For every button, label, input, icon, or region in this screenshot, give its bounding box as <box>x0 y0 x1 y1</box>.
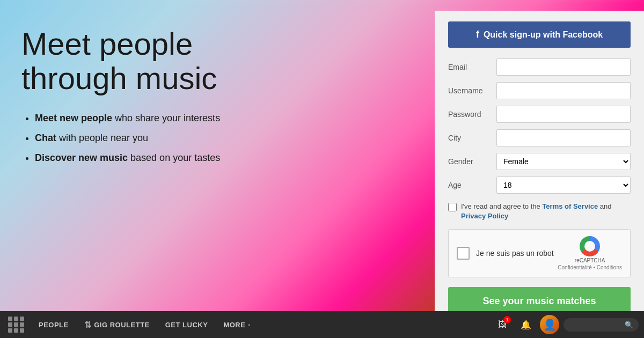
email-label: Email <box>448 63 496 71</box>
bullet-2-bold: Chat <box>35 133 56 143</box>
more-icon: ▪ <box>248 321 250 328</box>
recaptcha-spinner-inner <box>584 241 595 252</box>
nav-items: PEOPLE ⇅ GIG ROULETTE GET LUCKY MORE ▪ <box>32 315 493 334</box>
logo-dot-4 <box>8 322 12 327</box>
privacy-policy-link[interactable]: Privacy Policy <box>461 212 508 220</box>
avatar-image: 👤 <box>543 318 557 331</box>
facebook-btn-label: Quick sign-up with Facebook <box>484 30 603 40</box>
nav-search-wrapper: 🔍 <box>564 318 639 332</box>
hero-bullets: Meet new people who share your interests… <box>21 112 413 165</box>
recaptcha-brand: reCAPTCHA <box>575 258 605 263</box>
nav-notifications-button[interactable]: 🔔 <box>516 315 536 334</box>
age-row: Age 18 19 20 25 30 <box>448 177 631 194</box>
recaptcha-logo: reCAPTCHA Confidentialité • Conditions <box>558 236 622 270</box>
logo-dot-9 <box>20 328 24 333</box>
main-content: Meet peoplethrough music Meet new people… <box>0 0 644 311</box>
email-row: Email <box>448 58 631 76</box>
bell-icon: 🔔 <box>521 320 531 330</box>
search-icon: 🔍 <box>625 321 633 329</box>
age-label: Age <box>448 181 496 189</box>
gig-roulette-label: GIG ROULETTE <box>94 321 150 329</box>
logo-dot-5 <box>14 322 18 327</box>
nav-logo[interactable] <box>5 314 27 335</box>
recaptcha-label: Je ne suis pas un robot <box>476 249 554 258</box>
username-row: Username <box>448 82 631 99</box>
gender-select[interactable]: Female Male Other <box>496 153 631 170</box>
email-input[interactable] <box>496 58 631 76</box>
recaptcha-left: Je ne suis pas un robot <box>457 247 554 260</box>
password-input[interactable] <box>496 106 631 123</box>
terms-row: I've read and agree to the Terms of Serv… <box>448 202 631 221</box>
nav-messages-button[interactable]: 🖼 1 <box>493 315 512 334</box>
logo-grid <box>8 317 24 333</box>
nav-people[interactable]: PEOPLE <box>32 317 75 333</box>
facebook-signup-button[interactable]: f Quick sign-up with Facebook <box>448 21 631 48</box>
bullet-1-bold: Meet new people <box>35 113 112 123</box>
nav-get-lucky[interactable]: GET LUCKY <box>159 317 215 333</box>
password-label: Password <box>448 110 496 119</box>
city-row: City <box>448 129 631 146</box>
logo-dot-2 <box>14 317 18 321</box>
gender-row: Gender Female Male Other <box>448 153 631 170</box>
recaptcha-spinner <box>580 236 600 256</box>
recaptcha-box: Je ne suis pas un robot reCAPTCHA Confid… <box>448 229 631 277</box>
facebook-icon: f <box>476 29 479 40</box>
bottom-navbar: PEOPLE ⇅ GIG ROULETTE GET LUCKY MORE ▪ 🖼… <box>0 311 644 338</box>
recaptcha-links: Confidentialité • Conditions <box>558 264 622 270</box>
terms-text: I've read and agree to the Terms of Serv… <box>461 202 631 221</box>
recaptcha-checkbox[interactable] <box>457 247 470 260</box>
nav-avatar[interactable]: 👤 <box>540 315 559 334</box>
gig-roulette-icon: ⇅ <box>84 320 92 330</box>
gender-label: Gender <box>448 157 496 166</box>
bullet-3: Discover new music based on your tastes <box>35 151 413 165</box>
age-select[interactable]: 18 19 20 25 30 <box>496 177 631 194</box>
logo-dot-6 <box>20 322 24 327</box>
terms-checkbox[interactable] <box>448 203 457 211</box>
hero-title: Meet peoplethrough music <box>21 27 413 95</box>
notification-badge: 1 <box>503 316 511 324</box>
city-input[interactable] <box>496 129 631 146</box>
nav-gig-roulette[interactable]: ⇅ GIG ROULETTE <box>78 315 156 334</box>
logo-dot-3 <box>20 317 24 321</box>
username-input[interactable] <box>496 82 631 99</box>
nav-more[interactable]: MORE ▪ <box>217 317 257 333</box>
logo-dot-8 <box>14 328 18 333</box>
terms-of-service-link[interactable]: Terms of Service <box>542 202 598 210</box>
nav-right: 🖼 1 🔔 👤 🔍 <box>493 315 639 334</box>
bullet-3-bold: Discover new music <box>35 152 128 163</box>
signup-form-panel: f Quick sign-up with Facebook Email User… <box>435 11 644 329</box>
username-label: Username <box>448 86 496 95</box>
city-label: City <box>448 134 496 142</box>
logo-dot-1 <box>8 317 12 321</box>
hero-section: Meet peoplethrough music Meet new people… <box>0 11 435 187</box>
logo-dot-7 <box>8 328 12 333</box>
bullet-1: Meet new people who share your interests <box>35 112 413 125</box>
bullet-2: Chat with people near you <box>35 131 413 145</box>
password-row: Password <box>448 106 631 123</box>
more-label: MORE <box>223 321 245 329</box>
